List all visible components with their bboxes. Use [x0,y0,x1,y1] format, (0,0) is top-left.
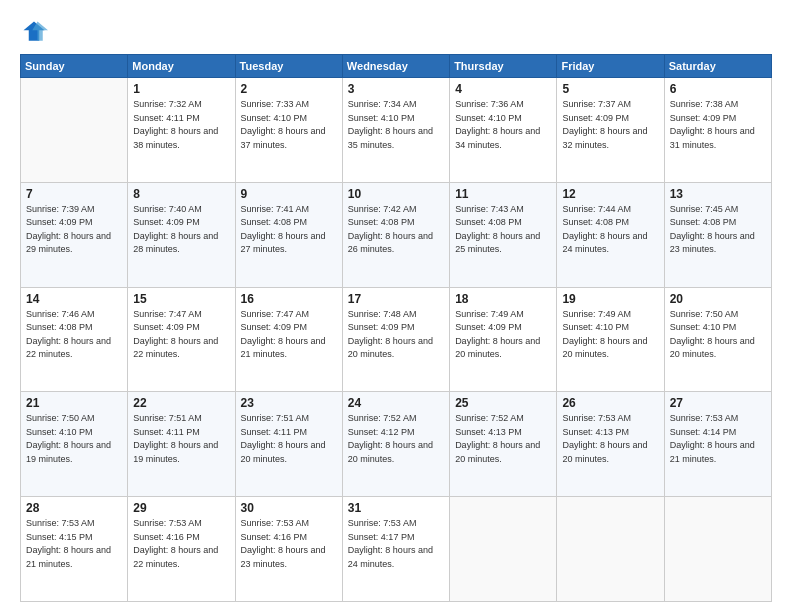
weekday-header-saturday: Saturday [664,55,771,78]
day-number: 27 [670,396,766,410]
calendar-cell: 25Sunrise: 7:52 AMSunset: 4:13 PMDayligh… [450,392,557,497]
logo-icon [20,18,48,46]
calendar-cell: 7Sunrise: 7:39 AMSunset: 4:09 PMDaylight… [21,182,128,287]
logo [20,18,52,46]
weekday-header-monday: Monday [128,55,235,78]
calendar-cell [450,497,557,602]
day-number: 20 [670,292,766,306]
day-info: Sunrise: 7:53 AMSunset: 4:16 PMDaylight:… [241,517,337,571]
header [20,18,772,46]
calendar-cell: 23Sunrise: 7:51 AMSunset: 4:11 PMDayligh… [235,392,342,497]
day-info: Sunrise: 7:52 AMSunset: 4:12 PMDaylight:… [348,412,444,466]
calendar-cell: 15Sunrise: 7:47 AMSunset: 4:09 PMDayligh… [128,287,235,392]
day-info: Sunrise: 7:32 AMSunset: 4:11 PMDaylight:… [133,98,229,152]
calendar-body: 1Sunrise: 7:32 AMSunset: 4:11 PMDaylight… [21,78,772,602]
calendar-cell: 3Sunrise: 7:34 AMSunset: 4:10 PMDaylight… [342,78,449,183]
day-info: Sunrise: 7:48 AMSunset: 4:09 PMDaylight:… [348,308,444,362]
calendar-cell: 30Sunrise: 7:53 AMSunset: 4:16 PMDayligh… [235,497,342,602]
calendar-cell: 5Sunrise: 7:37 AMSunset: 4:09 PMDaylight… [557,78,664,183]
day-number: 31 [348,501,444,515]
day-number: 28 [26,501,122,515]
day-number: 21 [26,396,122,410]
calendar-cell: 22Sunrise: 7:51 AMSunset: 4:11 PMDayligh… [128,392,235,497]
day-info: Sunrise: 7:53 AMSunset: 4:14 PMDaylight:… [670,412,766,466]
day-info: Sunrise: 7:34 AMSunset: 4:10 PMDaylight:… [348,98,444,152]
day-number: 24 [348,396,444,410]
day-info: Sunrise: 7:44 AMSunset: 4:08 PMDaylight:… [562,203,658,257]
day-number: 16 [241,292,337,306]
day-number: 29 [133,501,229,515]
calendar-cell: 18Sunrise: 7:49 AMSunset: 4:09 PMDayligh… [450,287,557,392]
calendar-week-1: 1Sunrise: 7:32 AMSunset: 4:11 PMDaylight… [21,78,772,183]
day-number: 10 [348,187,444,201]
day-info: Sunrise: 7:40 AMSunset: 4:09 PMDaylight:… [133,203,229,257]
day-number: 14 [26,292,122,306]
calendar-table: SundayMondayTuesdayWednesdayThursdayFrid… [20,54,772,602]
day-info: Sunrise: 7:50 AMSunset: 4:10 PMDaylight:… [26,412,122,466]
day-number: 13 [670,187,766,201]
calendar-cell: 27Sunrise: 7:53 AMSunset: 4:14 PMDayligh… [664,392,771,497]
calendar-cell: 2Sunrise: 7:33 AMSunset: 4:10 PMDaylight… [235,78,342,183]
day-info: Sunrise: 7:49 AMSunset: 4:10 PMDaylight:… [562,308,658,362]
page: SundayMondayTuesdayWednesdayThursdayFrid… [0,0,792,612]
calendar-cell [21,78,128,183]
day-info: Sunrise: 7:37 AMSunset: 4:09 PMDaylight:… [562,98,658,152]
day-number: 15 [133,292,229,306]
day-info: Sunrise: 7:50 AMSunset: 4:10 PMDaylight:… [670,308,766,362]
day-number: 25 [455,396,551,410]
weekday-row: SundayMondayTuesdayWednesdayThursdayFrid… [21,55,772,78]
calendar-cell: 16Sunrise: 7:47 AMSunset: 4:09 PMDayligh… [235,287,342,392]
calendar-cell: 6Sunrise: 7:38 AMSunset: 4:09 PMDaylight… [664,78,771,183]
day-number: 18 [455,292,551,306]
calendar-cell: 24Sunrise: 7:52 AMSunset: 4:12 PMDayligh… [342,392,449,497]
day-info: Sunrise: 7:41 AMSunset: 4:08 PMDaylight:… [241,203,337,257]
day-number: 26 [562,396,658,410]
day-info: Sunrise: 7:51 AMSunset: 4:11 PMDaylight:… [241,412,337,466]
day-info: Sunrise: 7:53 AMSunset: 4:15 PMDaylight:… [26,517,122,571]
day-number: 5 [562,82,658,96]
day-info: Sunrise: 7:53 AMSunset: 4:13 PMDaylight:… [562,412,658,466]
calendar-cell: 21Sunrise: 7:50 AMSunset: 4:10 PMDayligh… [21,392,128,497]
calendar-cell: 14Sunrise: 7:46 AMSunset: 4:08 PMDayligh… [21,287,128,392]
weekday-header-wednesday: Wednesday [342,55,449,78]
calendar-cell: 10Sunrise: 7:42 AMSunset: 4:08 PMDayligh… [342,182,449,287]
day-number: 8 [133,187,229,201]
calendar-cell: 9Sunrise: 7:41 AMSunset: 4:08 PMDaylight… [235,182,342,287]
day-number: 7 [26,187,122,201]
day-info: Sunrise: 7:42 AMSunset: 4:08 PMDaylight:… [348,203,444,257]
weekday-header-thursday: Thursday [450,55,557,78]
calendar-cell: 12Sunrise: 7:44 AMSunset: 4:08 PMDayligh… [557,182,664,287]
calendar-cell [557,497,664,602]
day-number: 1 [133,82,229,96]
day-info: Sunrise: 7:49 AMSunset: 4:09 PMDaylight:… [455,308,551,362]
calendar-cell: 4Sunrise: 7:36 AMSunset: 4:10 PMDaylight… [450,78,557,183]
calendar-cell: 28Sunrise: 7:53 AMSunset: 4:15 PMDayligh… [21,497,128,602]
calendar-header: SundayMondayTuesdayWednesdayThursdayFrid… [21,55,772,78]
day-number: 9 [241,187,337,201]
calendar-cell: 26Sunrise: 7:53 AMSunset: 4:13 PMDayligh… [557,392,664,497]
day-info: Sunrise: 7:43 AMSunset: 4:08 PMDaylight:… [455,203,551,257]
calendar-week-3: 14Sunrise: 7:46 AMSunset: 4:08 PMDayligh… [21,287,772,392]
day-number: 23 [241,396,337,410]
day-info: Sunrise: 7:36 AMSunset: 4:10 PMDaylight:… [455,98,551,152]
calendar-week-2: 7Sunrise: 7:39 AMSunset: 4:09 PMDaylight… [21,182,772,287]
weekday-header-tuesday: Tuesday [235,55,342,78]
day-number: 19 [562,292,658,306]
day-info: Sunrise: 7:51 AMSunset: 4:11 PMDaylight:… [133,412,229,466]
calendar-cell: 11Sunrise: 7:43 AMSunset: 4:08 PMDayligh… [450,182,557,287]
day-number: 12 [562,187,658,201]
weekday-header-friday: Friday [557,55,664,78]
day-number: 30 [241,501,337,515]
calendar-week-5: 28Sunrise: 7:53 AMSunset: 4:15 PMDayligh… [21,497,772,602]
calendar-cell: 13Sunrise: 7:45 AMSunset: 4:08 PMDayligh… [664,182,771,287]
weekday-header-sunday: Sunday [21,55,128,78]
day-number: 3 [348,82,444,96]
day-number: 17 [348,292,444,306]
calendar-cell: 17Sunrise: 7:48 AMSunset: 4:09 PMDayligh… [342,287,449,392]
day-number: 11 [455,187,551,201]
calendar-cell: 19Sunrise: 7:49 AMSunset: 4:10 PMDayligh… [557,287,664,392]
calendar-cell [664,497,771,602]
day-info: Sunrise: 7:53 AMSunset: 4:16 PMDaylight:… [133,517,229,571]
day-info: Sunrise: 7:33 AMSunset: 4:10 PMDaylight:… [241,98,337,152]
calendar-cell: 20Sunrise: 7:50 AMSunset: 4:10 PMDayligh… [664,287,771,392]
